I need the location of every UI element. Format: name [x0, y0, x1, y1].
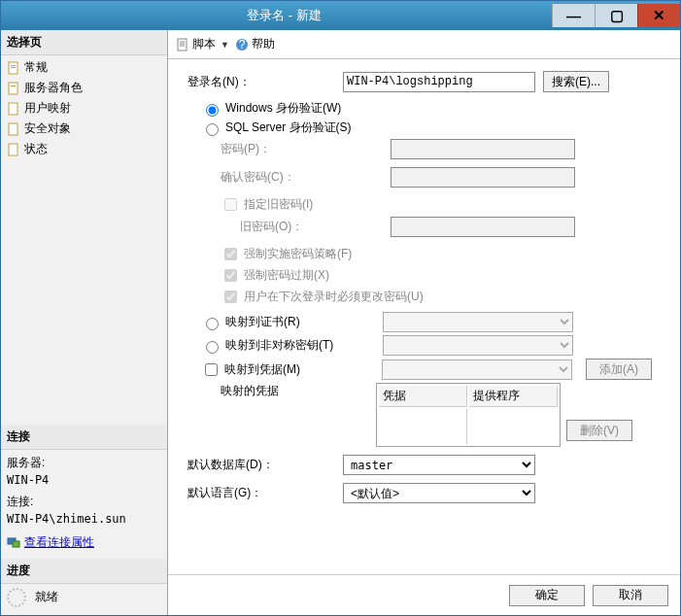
- map-cred-label: 映射到凭据(M): [224, 361, 378, 378]
- asym-select: [383, 335, 573, 356]
- sidebar-item-label: 常规: [24, 59, 48, 76]
- sidebar-item-securables[interactable]: 安全对象: [1, 119, 167, 139]
- script-icon: [176, 38, 189, 51]
- old-password-label: 旧密码(O)：: [240, 219, 391, 235]
- progress-status: 就绪: [35, 590, 58, 603]
- svg-rect-2: [11, 67, 16, 68]
- must-change-label: 用户在下次登录时必须更改密码(U): [244, 289, 424, 305]
- search-button[interactable]: 搜索(E)...: [543, 71, 609, 92]
- windows-auth-radio[interactable]: Windows 身份验证(W): [187, 100, 668, 117]
- remove-credential-button: 删除(V): [566, 420, 632, 441]
- connection-icon: [7, 535, 20, 549]
- enforce-policy-row: 强制实施密码策略(F): [187, 245, 668, 263]
- password-input: [391, 139, 575, 159]
- svg-rect-10: [178, 39, 187, 51]
- enforce-policy-label: 强制实施密码策略(F): [244, 246, 352, 262]
- must-change-row: 用户在下次登录时必须更改密码(U): [187, 288, 668, 306]
- minimize-button[interactable]: —: [552, 4, 595, 27]
- svg-rect-9: [13, 541, 19, 547]
- sidebar-item-status[interactable]: 状态: [1, 139, 167, 159]
- connection-header: 连接: [1, 425, 167, 450]
- default-lang-label: 默认语言(G)：: [187, 485, 343, 501]
- map-cred-checkbox[interactable]: [205, 363, 218, 376]
- svg-rect-1: [11, 65, 16, 66]
- sidebar-item-general[interactable]: 常规: [1, 57, 167, 78]
- svg-rect-6: [9, 123, 17, 135]
- sidebar-item-server-roles[interactable]: 服务器角色: [1, 78, 167, 98]
- sidebar-item-label: 用户映射: [24, 100, 71, 117]
- connection-info: 服务器: WIN-P4 连接: WIN-P4\zhimei.sun 查看连接属性: [1, 450, 167, 559]
- login-name-label: 登录名(N)：: [187, 74, 343, 90]
- confirm-password-label: 确认密码(C)：: [221, 169, 391, 186]
- cancel-button[interactable]: 取消: [593, 585, 668, 606]
- enforce-expire-row: 强制密码过期(X): [187, 266, 668, 285]
- help-icon: ?: [235, 38, 249, 51]
- page-icon: [7, 82, 20, 95]
- old-password-input: [391, 217, 575, 237]
- add-credential-button: 添加(A): [586, 359, 652, 380]
- windows-auth-radio-input[interactable]: [206, 104, 219, 117]
- map-cert-radio[interactable]: [206, 318, 219, 330]
- enforce-expire-label: 强制密码过期(X): [244, 267, 329, 284]
- sql-auth-radio-input[interactable]: [206, 123, 219, 136]
- confirm-password-input: [391, 167, 575, 188]
- title-bar: 登录名 - 新建 — ▢ ✕: [1, 1, 680, 30]
- map-asym-radio[interactable]: [206, 341, 219, 354]
- svg-rect-4: [11, 86, 16, 86]
- default-db-label: 默认数据库(D)：: [187, 457, 343, 473]
- dropdown-arrow-icon: ▼: [219, 40, 229, 50]
- sidebar: 选择页 常规 服务器角色 用户映射 安全对象 状态: [1, 30, 168, 615]
- svg-text:?: ?: [239, 38, 246, 51]
- map-cert-label: 映射到证书(R): [225, 314, 379, 330]
- provider-col-header: 提供程序: [469, 386, 558, 407]
- script-button[interactable]: 脚本 ▼: [176, 36, 229, 52]
- enforce-policy-checkbox: [224, 248, 237, 260]
- dialog-footer: 确定 取消: [168, 574, 680, 615]
- svg-rect-3: [9, 83, 17, 94]
- password-label: 密码(P)：: [221, 141, 391, 157]
- progress-spinner-icon: [7, 588, 26, 607]
- windows-auth-label: Windows 身份验证(W): [225, 100, 341, 117]
- cred-select: [382, 359, 572, 380]
- toolbar: 脚本 ▼ ? 帮助: [168, 30, 680, 59]
- enforce-expire-checkbox: [224, 269, 237, 282]
- page-icon: [7, 122, 20, 136]
- sidebar-item-label: 安全对象: [24, 120, 71, 137]
- sidebar-item-user-mapping[interactable]: 用户映射: [1, 98, 167, 119]
- maximize-button[interactable]: ▢: [595, 4, 637, 27]
- specify-old-label: 指定旧密码(I): [244, 196, 313, 213]
- progress-header: 进度: [1, 559, 167, 584]
- page-icon: [7, 61, 20, 75]
- default-lang-select[interactable]: <默认值>: [343, 483, 535, 503]
- server-value: WIN-P4: [7, 471, 161, 489]
- view-connection-props-link[interactable]: 查看连接属性: [24, 533, 94, 551]
- help-label: 帮助: [252, 36, 275, 52]
- ok-button[interactable]: 确定: [509, 585, 585, 606]
- specify-old-check-row: 指定旧密码(I): [187, 195, 668, 214]
- cert-select: [383, 312, 573, 332]
- cred-col-header: 凭据: [379, 386, 467, 407]
- sidebar-item-label: 服务器角色: [24, 80, 83, 96]
- conn-label: 连接:: [7, 493, 161, 510]
- sql-auth-radio[interactable]: SQL Server 身份验证(S): [187, 120, 668, 136]
- svg-rect-7: [9, 144, 17, 155]
- progress-block: 就绪: [1, 584, 167, 615]
- select-page-header: 选择页: [1, 30, 167, 55]
- specify-old-checkbox: [224, 198, 237, 211]
- must-change-checkbox: [224, 291, 237, 303]
- server-label: 服务器:: [7, 454, 161, 471]
- svg-rect-5: [9, 103, 17, 115]
- window-title: 登录名 - 新建: [17, 7, 552, 24]
- credentials-table: 凭据 提供程序: [376, 383, 561, 447]
- close-button[interactable]: ✕: [637, 4, 680, 27]
- map-asym-label: 映射到非对称密钥(T): [225, 337, 379, 354]
- sql-auth-label: SQL Server 身份验证(S): [225, 120, 352, 136]
- login-name-input[interactable]: [343, 72, 535, 92]
- sidebar-item-label: 状态: [24, 141, 48, 157]
- default-db-select[interactable]: master: [343, 455, 535, 475]
- help-button[interactable]: ? 帮助: [235, 36, 275, 52]
- page-icon: [7, 143, 20, 156]
- page-icon: [7, 102, 20, 116]
- script-label: 脚本: [192, 36, 216, 52]
- conn-value: WIN-P4\zhimei.sun: [7, 510, 161, 528]
